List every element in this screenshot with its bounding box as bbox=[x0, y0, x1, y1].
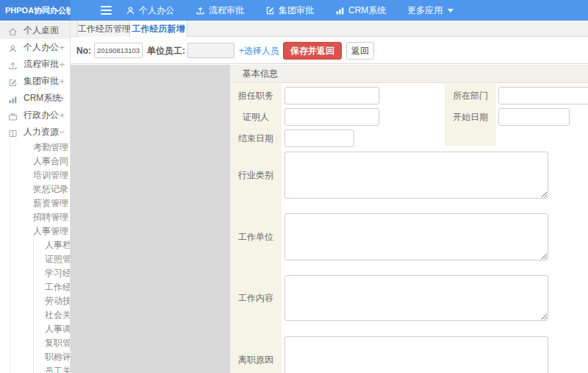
expand-icon: + bbox=[54, 196, 60, 210]
industry-textarea[interactable] bbox=[284, 152, 548, 199]
sidebar-item-crm[interactable]: CRM系统 + bbox=[0, 90, 70, 107]
sidebar-item-label: CRM系统 bbox=[24, 93, 61, 103]
app-logo: PHPOA协同办公软件 bbox=[0, 0, 71, 21]
sidebar-item-personnel-transfer[interactable]: 人事调动 bbox=[34, 322, 70, 336]
expand-icon: + bbox=[59, 90, 65, 107]
sidebar-item-personnel-files[interactable]: 人事档案管理 bbox=[34, 238, 70, 252]
sidebar-item-rewards[interactable]: 奖惩记录 bbox=[10, 182, 70, 196]
user-icon bbox=[8, 43, 18, 52]
tab-work-history-manage[interactable]: 工作经历管理 bbox=[77, 21, 130, 37]
sidebar-item-label: 人事合同 bbox=[33, 156, 68, 166]
topbar: PHPOA协同办公软件 个人办公 流程审批 集团审批 CRM系统 bbox=[0, 0, 588, 21]
chart-icon bbox=[8, 93, 18, 103]
topnav-label: CRM系统 bbox=[348, 4, 386, 17]
topnav-group-approval[interactable]: 集团审批 bbox=[265, 4, 314, 17]
select-person-link[interactable]: +选择人员 bbox=[239, 38, 279, 64]
sidebar-item-certificates[interactable]: 证照管理 bbox=[34, 252, 70, 266]
flow-icon bbox=[8, 60, 18, 69]
leave-reason-label: 离职原因 bbox=[230, 336, 282, 373]
section-title: 基本信息 bbox=[230, 65, 588, 83]
end-date-label: 结束日期 bbox=[230, 129, 282, 147]
home-icon bbox=[8, 26, 18, 35]
sidebar-item-salary[interactable]: 薪资管理+ bbox=[10, 196, 70, 210]
sidebar-item-title-evaluation[interactable]: 职称评定 bbox=[34, 350, 70, 364]
sidebar-item-label: 招聘管理 bbox=[33, 212, 68, 222]
dept-input[interactable] bbox=[498, 87, 588, 104]
save-return-button[interactable]: 保存并返回 bbox=[283, 42, 342, 60]
collapse-icon: − bbox=[59, 124, 65, 141]
expand-icon: + bbox=[59, 56, 65, 73]
sidebar-item-employee-care[interactable]: 员工关怀 bbox=[34, 364, 70, 373]
employee-label: 单位员工: bbox=[147, 38, 185, 64]
topnav-crm[interactable]: CRM系统 bbox=[335, 4, 386, 17]
topnav-personal-office[interactable]: 个人办公 bbox=[126, 4, 174, 17]
content-area: 基本信息 担任职务 所在部门 证明人 开始日期 结束日期 行业类别 工作单位 工… bbox=[71, 65, 588, 373]
sidebar-item-hr-contract[interactable]: 人事合同 bbox=[10, 154, 70, 168]
dept-label: 所在部门 bbox=[445, 87, 496, 104]
expand-icon: + bbox=[59, 107, 65, 124]
expand-icon: + bbox=[54, 210, 60, 224]
topnav-label: 更多应用 bbox=[407, 4, 442, 17]
sidebar-item-label: 人力资源 bbox=[24, 127, 59, 137]
industry-label: 行业类别 bbox=[230, 152, 282, 199]
tab-work-history-new[interactable]: 工作经历新增 bbox=[130, 21, 187, 38]
sidebar-item-study-history[interactable]: 学习经历 bbox=[34, 266, 70, 280]
expand-icon: + bbox=[59, 73, 65, 90]
top-navigation: 个人办公 流程审批 集团审批 CRM系统 更多应用 bbox=[126, 0, 453, 21]
position-input[interactable] bbox=[284, 87, 379, 104]
start-date-input[interactable] bbox=[498, 108, 570, 126]
hamburger-menu-icon[interactable] bbox=[101, 6, 112, 15]
topnav-more-apps[interactable]: 更多应用 bbox=[407, 4, 453, 17]
company-textarea[interactable] bbox=[284, 213, 548, 260]
personnel-submenu: 人事档案管理 证照管理 学习经历 工作经历 劳动技能 社会关系 人事调动 复职管… bbox=[33, 238, 70, 373]
book-icon bbox=[8, 127, 18, 137]
no-input[interactable] bbox=[94, 43, 143, 58]
sidebar-item-personal-office[interactable]: 个人办公 + bbox=[0, 39, 70, 56]
leave-reason-textarea[interactable] bbox=[284, 336, 548, 373]
sidebar-item-reinstatement[interactable]: 复职管理 bbox=[34, 336, 70, 350]
company-label: 工作单位 bbox=[230, 213, 282, 260]
sidebar-item-label: 培训管理 bbox=[33, 170, 68, 180]
sidebar-item-label: 集团审批 bbox=[24, 76, 59, 86]
sidebar-item-flow-approval[interactable]: 流程审批 + bbox=[0, 56, 70, 73]
sidebar-item-group-approval[interactable]: 集团审批 + bbox=[0, 73, 70, 90]
topnav-label: 个人办公 bbox=[139, 4, 174, 17]
edit-icon bbox=[8, 77, 18, 86]
chart-icon bbox=[335, 6, 345, 15]
sidebar-item-admin-office[interactable]: 行政办公 + bbox=[0, 107, 70, 124]
topnav-flow-approval[interactable]: 流程审批 bbox=[196, 4, 244, 17]
no-label: No: bbox=[76, 38, 91, 64]
sidebar-item-work-history[interactable]: 工作经历 bbox=[34, 280, 70, 294]
sidebar-item-social-relations[interactable]: 社会关系 bbox=[34, 308, 70, 322]
sidebar: 个人桌面 个人办公 + 流程审批 + 集团审批 + CRM系统 + 行政办公 + bbox=[0, 21, 71, 373]
caret-down-icon bbox=[448, 9, 453, 13]
edit-icon bbox=[265, 6, 275, 15]
sidebar-item-attendance[interactable]: 考勤管理 bbox=[10, 141, 70, 154]
sidebar-item-label: 行政办公 bbox=[24, 110, 59, 120]
sidebar-item-labor-skills[interactable]: 劳动技能 bbox=[34, 294, 70, 308]
end-date-input[interactable] bbox=[284, 129, 354, 147]
back-button[interactable]: 返回 bbox=[346, 42, 374, 60]
sidebar-item-label: 流程审批 bbox=[24, 59, 59, 69]
toolbar: No: 单位员工: +选择人员 保存并返回 返回 bbox=[71, 38, 588, 64]
work-content-textarea[interactable] bbox=[284, 275, 548, 321]
briefcase-icon bbox=[8, 110, 18, 120]
start-date-label: 开始日期 bbox=[445, 108, 496, 126]
prover-label: 证明人 bbox=[230, 108, 282, 126]
prover-input[interactable] bbox=[284, 108, 379, 126]
sidebar-item-training[interactable]: 培训管理 bbox=[10, 168, 70, 182]
topnav-label: 流程审批 bbox=[209, 4, 244, 17]
sidebar-item-label: 人事管理 bbox=[33, 226, 68, 236]
sidebar-item-label: 奖惩记录 bbox=[33, 184, 68, 194]
sidebar-item-label: 薪资管理 bbox=[33, 198, 68, 208]
collapse-icon: − bbox=[54, 224, 60, 238]
sidebar-item-recruit[interactable]: 招聘管理+ bbox=[10, 210, 70, 224]
employee-input[interactable] bbox=[187, 43, 234, 58]
sidebar-item-hr[interactable]: 人力资源 − bbox=[0, 124, 70, 141]
work-content-label: 工作内容 bbox=[230, 275, 282, 322]
sidebar-item-desktop[interactable]: 个人桌面 bbox=[0, 22, 70, 39]
position-label: 担任职务 bbox=[230, 87, 282, 104]
sidebar-item-personnel[interactable]: 人事管理− bbox=[10, 224, 70, 238]
hr-submenu: 考勤管理 人事合同 培训管理 奖惩记录 薪资管理+ 招聘管理+ 人事管理− 人事… bbox=[10, 141, 70, 373]
sidebar-item-label: 个人桌面 bbox=[24, 25, 59, 35]
